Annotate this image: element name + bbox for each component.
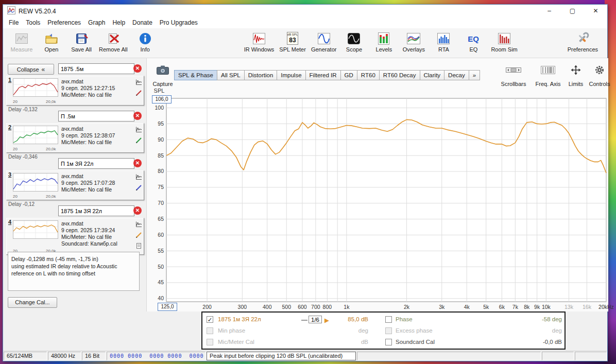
minimize-button[interactable]: – [538, 5, 561, 18]
measurement-2[interactable]: ✕22020,0kачх.mdat9 серп. 2025 12:38:07Mi… [6, 111, 144, 153]
overlays-button[interactable]: Overlays [399, 30, 428, 53]
measurement-name-input[interactable] [58, 63, 134, 74]
delete-measurement-icon[interactable]: ✕ [133, 64, 142, 73]
limits-button[interactable]: Limits [564, 62, 588, 88]
measurement-1[interactable]: ✕12020,0kачх.mdat9 серп. 2025 12:27:15Mi… [6, 63, 144, 106]
remove-all-button[interactable]: Remove All [97, 30, 130, 53]
menu-tools[interactable]: Tools [22, 18, 44, 28]
close-button[interactable]: ✕ [584, 5, 607, 18]
measurement-name-input[interactable] [58, 205, 134, 216]
trace-visible-checkbox[interactable]: ✓ [207, 316, 213, 323]
pencil-icon[interactable] [135, 136, 142, 146]
room-sim-icon [498, 30, 511, 46]
measurement-panel[interactable]: 22020,0kачх.mdat9 серп. 2025 12:38:07Mic… [6, 123, 144, 153]
smoothing-arrow-icon[interactable]: ▶ [324, 316, 329, 324]
delay-line-3: reference on L with no timing offset [11, 270, 136, 277]
measurement-thumbnail [13, 78, 58, 97]
measurement-name-input[interactable] [58, 158, 134, 169]
maximize-button[interactable]: ▢ [561, 5, 584, 18]
thumb-axis-max: 20,0k [46, 99, 56, 104]
controls-button[interactable]: Controls [588, 62, 611, 88]
input-level-meters: 0000 0000 0000 0000 0000 0000 [107, 352, 206, 360]
eq-button[interactable]: EQ EQ [459, 30, 488, 53]
thumb-axis-min: 20 [13, 147, 18, 151]
tab-spl-phase[interactable]: SPL & Phase [174, 70, 217, 80]
ir-windows-button[interactable]: IR Windows [242, 30, 277, 53]
phase-checkbox[interactable] [385, 316, 392, 323]
change-cal-button[interactable]: Change Cal... [8, 297, 57, 308]
save-all-icon [74, 30, 89, 46]
menu-bar: FileToolsPreferencesGraphHelpDonatePro U… [3, 18, 607, 29]
measurement-number: 1 [8, 77, 11, 83]
room-sim-button[interactable]: Room Sim [489, 30, 519, 53]
delete-measurement-icon[interactable]: ✕ [133, 112, 142, 120]
overlays-icon [406, 30, 421, 46]
save-all-button[interactable]: Save All [67, 30, 96, 53]
scrollbars-button[interactable]: Scrollbars [495, 62, 532, 88]
tab-distortion[interactable]: Distortion [244, 70, 278, 80]
tab-all-spl[interactable]: All SPL [217, 70, 245, 80]
generator-button[interactable]: Generator [309, 30, 339, 53]
tab-impulse[interactable]: Impulse [277, 70, 305, 80]
menu-file[interactable]: File [5, 18, 22, 28]
ir-window-icon[interactable] [135, 220, 142, 230]
scope-button[interactable]: Scope [339, 30, 368, 53]
measurement-4[interactable]: ✕42020,0kачх.mdat9 серп. 2025 17:39:24Mi… [6, 205, 144, 255]
soundcard-cal-checkbox[interactable] [385, 339, 392, 345]
levels-button[interactable]: Levels [369, 30, 398, 53]
pencil-icon[interactable] [135, 184, 142, 193]
y-axis-top-field[interactable]: 106,0 [152, 95, 172, 103]
scrollbar-icon [506, 63, 521, 77]
ir-window-icon[interactable] [135, 78, 142, 88]
menu-preferences[interactable]: Preferences [44, 18, 84, 28]
svg-text:95: 95 [158, 120, 164, 127]
trace-name[interactable]: 1875 1м 3Я 22л [218, 315, 261, 323]
rta-button[interactable]: RTA [429, 30, 458, 53]
delete-measurement-icon[interactable]: ✕ [133, 206, 142, 215]
ir-window-icon[interactable] [135, 173, 142, 182]
preferences-button[interactable]: Preferences [566, 30, 600, 53]
measurement-3[interactable]: ✕32020,0kачх.mdat9 серп. 2025 17:07:28Mi… [6, 158, 144, 200]
freq-axis-button[interactable]: Freq. Axis [532, 62, 564, 88]
mic-meter-cal-label: Mic/Meter Cal [218, 338, 254, 346]
measurement-panel[interactable]: 42020,0kачх.mdat9 серп. 2025 17:39:24Mic… [6, 218, 144, 255]
menu-pro-upgrades[interactable]: Pro Upgrades [156, 18, 201, 28]
delete-measurement-icon[interactable]: ✕ [133, 159, 142, 167]
tab-rt60-decay[interactable]: RT60 Decay [379, 70, 420, 80]
svg-text:300: 300 [238, 304, 247, 310]
wrench-icon [575, 30, 590, 46]
tab-decay[interactable]: Decay [444, 70, 469, 80]
menu-donate[interactable]: Donate [129, 18, 156, 28]
open-button[interactable]: Open [37, 30, 66, 53]
info-button[interactable]: Info [131, 30, 160, 53]
status-empty-1 [542, 352, 574, 360]
tab-filtered-ir[interactable]: Filtered IR [305, 70, 341, 80]
delay-line-2: using estimated IR delay relative to Aco… [11, 263, 136, 270]
mic-meter-cal-checkbox[interactable] [207, 339, 213, 345]
delay-line-1: Delay -0,1298 ms (-45 mm, -1,75 in) [11, 255, 136, 263]
notes-icon[interactable] [135, 242, 142, 251]
pencil-icon[interactable] [135, 89, 142, 98]
tab-gd[interactable]: GD [340, 70, 357, 80]
pencil-icon[interactable] [135, 231, 142, 240]
sample-rate-status: 48000 Hz [48, 352, 81, 360]
svg-text:8k: 8k [524, 304, 530, 310]
excess-phase-checkbox[interactable] [385, 327, 392, 334]
min-phase-checkbox[interactable] [207, 327, 213, 334]
spl-meter-button[interactable]: dB SPL83 SPL Meter [277, 30, 308, 53]
menu-graph[interactable]: Graph [84, 18, 109, 28]
x-axis-start-field[interactable]: 125,0 [158, 303, 177, 311]
ir-window-icon[interactable] [135, 126, 142, 135]
svg-text:4k: 4k [464, 304, 470, 310]
measurement-name-input[interactable] [58, 111, 134, 122]
measurement-panel[interactable]: 32020,0kачх.mdat9 серп. 2025 17:07:28Mic… [6, 170, 144, 200]
menu-help[interactable]: Help [109, 18, 129, 28]
measurement-panel[interactable]: 12020,0kачх.mdat9 серп. 2025 12:27:15Mic… [6, 76, 144, 106]
tab-clarity[interactable]: Clarity [420, 70, 445, 80]
smoothing-slider[interactable] [301, 320, 307, 321]
measure-button[interactable]: Measure [7, 30, 36, 53]
smoothing-value[interactable]: 1/6 [309, 316, 322, 323]
tab-more[interactable]: » [469, 70, 480, 80]
capture-button[interactable]: Capture [151, 62, 175, 88]
tab-rt60[interactable]: RT60 [357, 70, 380, 80]
